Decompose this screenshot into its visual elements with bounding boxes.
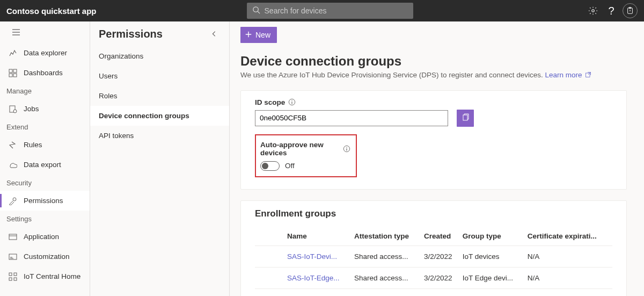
row-created: 3/2/2022 (422, 267, 460, 288)
data-explorer-icon (9, 49, 17, 57)
nav-label: Customization (24, 252, 70, 261)
content-area: New Device connection groups We use the … (230, 21, 644, 296)
nav-dashboards[interactable]: Dashboards (0, 63, 90, 83)
svg-rect-8 (13, 74, 17, 77)
auto-approve-highlight: Auto-approve new devices Off (255, 134, 357, 177)
row-group-type: IoT Edge devi... (460, 267, 525, 288)
nav-label: Data explorer (24, 49, 67, 57)
nav-permissions[interactable]: Permissions (0, 191, 90, 211)
help-icon[interactable]: ? (602, 2, 620, 20)
nav-rules[interactable]: Rules (0, 135, 90, 155)
col-group-type[interactable]: Group type (460, 227, 525, 246)
search-input[interactable] (265, 6, 408, 15)
svg-point-23 (346, 147, 347, 148)
panel-item-roles[interactable]: Roles (90, 86, 229, 106)
search-box[interactable] (247, 3, 413, 19)
svg-point-10 (13, 110, 17, 113)
hamburger-icon[interactable] (0, 21, 90, 43)
page-subtitle: We use the Azure IoT Hub Device Provisio… (240, 71, 627, 80)
panel-item-device-connection-groups[interactable]: Device connection groups (90, 106, 229, 126)
info-icon[interactable] (288, 98, 296, 106)
nav-label: Dashboards (24, 69, 63, 77)
nav-section-settings: Settings (0, 211, 90, 227)
row-cert: N/A (525, 267, 612, 288)
nav-jobs[interactable]: Jobs (0, 99, 90, 119)
nav-application[interactable]: Application (0, 227, 90, 247)
settings-gear-icon[interactable] (584, 2, 602, 20)
svg-rect-7 (9, 74, 12, 77)
panel-item-api-tokens[interactable]: API tokens (90, 126, 229, 146)
enrollment-card: Enrollment groups Name Attestation type … (240, 200, 627, 296)
permissions-panel: Permissions Organizations Users Roles De… (90, 21, 230, 296)
col-cert[interactable]: Certificate expirati... (525, 227, 612, 246)
permissions-icon (9, 197, 17, 205)
panel-item-organizations[interactable]: Organizations (90, 46, 229, 66)
svg-point-20 (292, 100, 292, 101)
nav-label: Rules (24, 141, 42, 149)
panel-title: Permissions (99, 28, 163, 40)
nav-section-extend: Extend (0, 119, 90, 135)
external-link-icon (585, 71, 591, 80)
nav-customization[interactable]: Customization (0, 247, 90, 266)
rules-icon (9, 141, 17, 149)
row-name-link[interactable]: SAS-IoT-Edge... (285, 267, 352, 288)
auto-approve-toggle[interactable] (260, 161, 280, 171)
application-icon (9, 233, 17, 241)
table-row[interactable]: SAS-IoT-Devi... Shared access... 3/2/202… (255, 246, 612, 267)
new-button[interactable]: New (240, 27, 277, 43)
nav-data-explorer[interactable]: Data explorer (0, 43, 90, 63)
clipboard-icon[interactable] (623, 3, 638, 18)
col-name[interactable]: Name (285, 227, 352, 246)
nav-label: Application (24, 233, 59, 241)
copy-button[interactable] (457, 110, 474, 127)
nav-section-security: Security (0, 175, 90, 191)
enrollment-title: Enrollment groups (255, 208, 612, 219)
nav-section-manage: Manage (0, 83, 90, 99)
toggle-state-label: Off (285, 162, 295, 170)
svg-line-1 (258, 11, 260, 13)
svg-rect-15 (14, 273, 17, 276)
customization-icon (9, 252, 17, 261)
nav-label: IoT Central Home (24, 272, 80, 280)
learn-more-link[interactable]: Learn more (545, 71, 592, 79)
svg-rect-5 (9, 69, 12, 73)
col-created[interactable]: Created (422, 227, 460, 246)
jobs-icon (9, 105, 17, 113)
info-icon[interactable] (343, 145, 350, 153)
copy-icon (461, 113, 470, 124)
svg-point-0 (253, 6, 258, 11)
page-title: Device connection groups (240, 54, 627, 69)
settings-card: ID scope Auto-approve new devices Off (240, 90, 627, 190)
collapse-chevron-icon[interactable] (208, 27, 221, 40)
svg-point-2 (592, 10, 595, 12)
enrollment-table: Name Attestation type Created Group type… (255, 227, 612, 289)
id-scope-input[interactable] (255, 110, 448, 126)
plus-icon (245, 31, 252, 40)
panel-item-users[interactable]: Users (90, 66, 229, 86)
id-scope-label: ID scope (255, 98, 612, 106)
nav-iot-central-home[interactable]: IoT Central Home (0, 266, 90, 286)
export-icon (9, 161, 17, 169)
svg-rect-21 (463, 115, 467, 120)
row-attestation: Shared access... (352, 267, 422, 288)
svg-rect-12 (9, 234, 17, 240)
row-cert: N/A (525, 246, 612, 267)
row-attestation: Shared access... (352, 246, 422, 267)
svg-rect-17 (14, 278, 17, 280)
row-created: 3/2/2022 (422, 246, 460, 267)
home-icon (9, 272, 17, 281)
nav-data-export[interactable]: Data export (0, 155, 90, 175)
dashboards-icon (9, 69, 17, 77)
table-row[interactable]: SAS-IoT-Edge... Shared access... 3/2/202… (255, 267, 612, 288)
col-attestation[interactable]: Attestation type (352, 227, 422, 246)
auto-approve-label: Auto-approve new devices (260, 141, 350, 157)
top-bar: Contoso quickstart app ? (0, 0, 644, 21)
app-title: Contoso quickstart app (6, 6, 97, 16)
search-icon (252, 6, 260, 16)
nav-label: Jobs (24, 105, 39, 113)
svg-rect-14 (9, 273, 12, 276)
svg-point-11 (13, 198, 16, 201)
row-group-type: IoT devices (460, 246, 525, 267)
row-name-link[interactable]: SAS-IoT-Devi... (285, 246, 352, 267)
nav-label: Data export (24, 161, 61, 169)
